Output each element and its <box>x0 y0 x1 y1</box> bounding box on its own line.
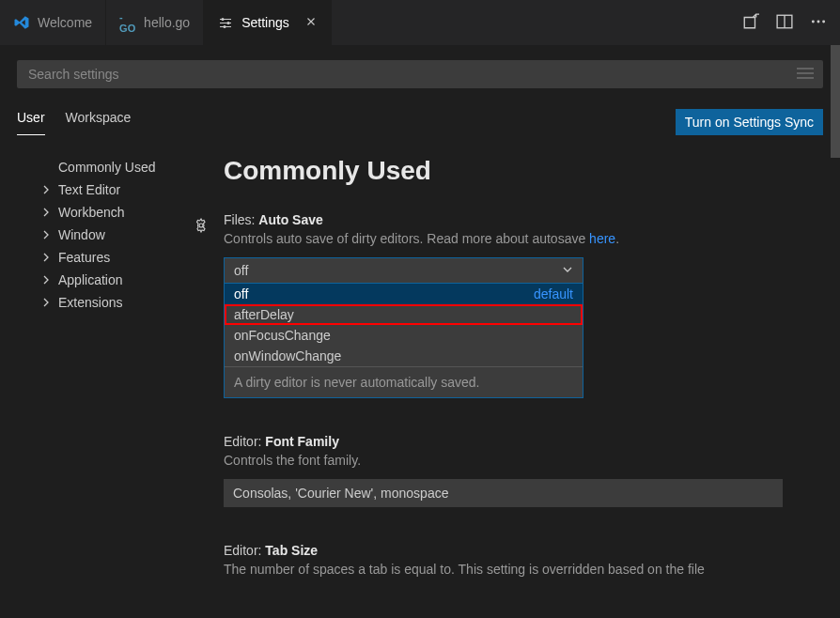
chevron-right-icon <box>41 275 53 285</box>
filter-icon[interactable] <box>797 67 814 83</box>
toc-application[interactable]: Application <box>41 269 205 291</box>
setting-font-family: Editor: Font Family Controls the font fa… <box>224 434 823 507</box>
toc-extensions[interactable]: Extensions <box>41 291 205 314</box>
toc-label: Application <box>58 272 123 287</box>
settings-content: Search settings User Workspace Turn on S… <box>0 45 840 618</box>
dropdown-help: A dirty editor is never automatically sa… <box>225 366 583 397</box>
autosave-doc-link[interactable]: here <box>589 231 615 246</box>
svg-point-5 <box>812 20 815 23</box>
more-icon[interactable] <box>810 13 827 33</box>
setting-name: Tab Size <box>265 543 318 558</box>
dropdown-list: off default afterDelay onFocusChange onW… <box>224 284 583 398</box>
setting-auto-save: Files: Auto Save Controls auto save of d… <box>224 212 823 398</box>
tab-bar: Welcome -GO hello.go Settings <box>0 0 840 45</box>
svg-point-8 <box>199 224 203 227</box>
default-badge: default <box>534 286 573 301</box>
setting-description: Controls the font family. <box>224 453 823 468</box>
toc-label: Extensions <box>58 295 122 310</box>
search-placeholder: Search settings <box>28 67 119 82</box>
dropdown-selected[interactable]: off <box>224 257 583 284</box>
setting-label: Editor: Font Family <box>224 434 823 449</box>
go-icon: -GO <box>119 14 136 31</box>
close-icon[interactable] <box>304 15 318 31</box>
chevron-down-icon <box>562 263 573 278</box>
toc-window[interactable]: Window <box>41 224 205 246</box>
svg-point-6 <box>817 20 820 23</box>
option-on-window-change[interactable]: onWindowChange <box>225 346 583 366</box>
gear-icon[interactable] <box>194 218 209 236</box>
toc-text-editor[interactable]: Text Editor <box>41 178 205 201</box>
toc-workbench[interactable]: Workbench <box>41 201 205 224</box>
setting-prefix: Editor: <box>224 543 265 558</box>
svg-point-1 <box>227 22 230 24</box>
chevron-right-icon <box>41 298 53 307</box>
setting-prefix: Editor: <box>224 434 265 449</box>
font-family-input[interactable] <box>224 479 783 507</box>
tab-settings[interactable]: Settings <box>204 0 332 45</box>
tab-hello-go[interactable]: -GO hello.go <box>106 0 204 45</box>
option-off[interactable]: off default <box>225 284 583 304</box>
setting-prefix: Files: <box>224 212 258 227</box>
split-editor-icon[interactable] <box>776 13 793 33</box>
tab-label: hello.go <box>144 15 190 30</box>
settings-icon <box>217 14 234 31</box>
scope-tabs: User Workspace <box>17 110 131 135</box>
setting-description: The number of spaces a tab is equal to. … <box>224 562 823 577</box>
setting-label: Editor: Tab Size <box>224 543 823 558</box>
tab-actions <box>729 0 840 45</box>
toc-label: Window <box>58 227 105 242</box>
section-title: Commonly Used <box>224 156 823 186</box>
chevron-right-icon <box>41 253 53 262</box>
settings-detail: Commonly Used Files: Auto Save Controls … <box>205 156 823 612</box>
toc-label: Features <box>58 250 110 265</box>
chevron-right-icon <box>41 208 53 217</box>
svg-point-0 <box>222 18 225 21</box>
settings-sync-button[interactable]: Turn on Settings Sync <box>676 109 823 135</box>
tab-label: Settings <box>241 15 289 30</box>
toc-label: Text Editor <box>58 182 120 197</box>
vscode-icon <box>13 14 30 31</box>
scope-row: User Workspace Turn on Settings Sync <box>17 109 823 135</box>
scrollbar[interactable] <box>831 45 840 158</box>
setting-tab-size: Editor: Tab Size The number of spaces a … <box>224 543 823 577</box>
scope-user[interactable]: User <box>17 110 45 135</box>
setting-name: Font Family <box>265 434 339 449</box>
open-editor-icon[interactable] <box>742 13 759 33</box>
tab-label: Welcome <box>38 15 92 30</box>
toc-label: Workbench <box>58 205 125 220</box>
option-after-delay[interactable]: afterDelay <box>225 304 583 325</box>
settings-main: Commonly Used Text Editor Workbench Wind… <box>17 156 823 612</box>
option-on-focus-change[interactable]: onFocusChange <box>225 325 583 346</box>
svg-point-2 <box>224 25 226 28</box>
chevron-right-icon <box>41 230 53 239</box>
scope-workspace[interactable]: Workspace <box>66 110 132 135</box>
toc-commonly-used[interactable]: Commonly Used <box>41 156 205 178</box>
setting-description: Controls auto save of dirty editors. Rea… <box>224 231 823 246</box>
setting-label: Files: Auto Save <box>224 212 823 227</box>
search-input[interactable]: Search settings <box>17 60 823 88</box>
setting-name: Auto Save <box>258 212 322 227</box>
tab-welcome[interactable]: Welcome <box>0 0 106 45</box>
settings-toc: Commonly Used Text Editor Workbench Wind… <box>17 156 205 612</box>
dropdown-value: off <box>234 263 248 278</box>
chevron-right-icon <box>41 185 53 194</box>
toc-features[interactable]: Features <box>41 246 205 269</box>
auto-save-dropdown: off off default afterDelay onFocusChange <box>224 257 583 398</box>
svg-point-7 <box>822 20 825 23</box>
